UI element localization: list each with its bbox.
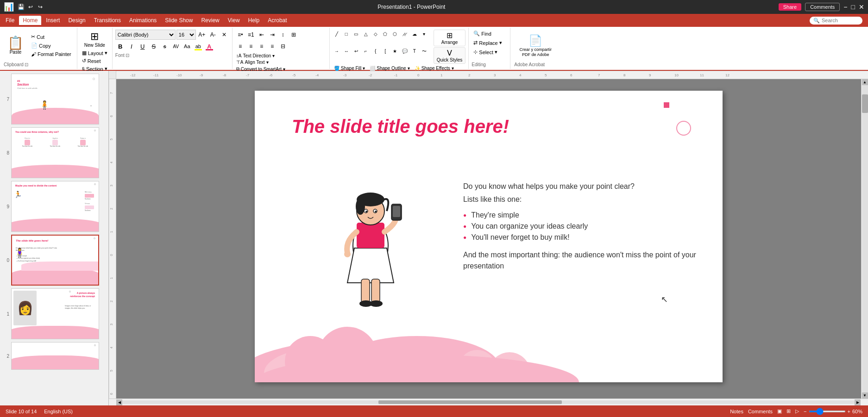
- align-center-btn[interactable]: ≡: [246, 41, 256, 51]
- edit-area[interactable]: The slide title goes here!: [116, 79, 861, 398]
- create-pdf-button[interactable]: 📄 Crear y compartir PDF de Adobe: [514, 30, 557, 62]
- italic-btn[interactable]: I: [126, 41, 137, 51]
- h-scroll-track[interactable]: [122, 400, 855, 404]
- v-scrollbar[interactable]: ▲ ▼: [861, 79, 868, 398]
- shape-rect[interactable]: □: [342, 30, 351, 38]
- view-reading-btn[interactable]: ▷: [795, 408, 799, 414]
- scroll-track[interactable]: [862, 85, 868, 392]
- view-normal-btn[interactable]: ▣: [777, 408, 782, 414]
- shape-right-angle[interactable]: ⌐: [362, 47, 370, 56]
- new-slide-button[interactable]: ⊞ New Slide: [80, 30, 109, 49]
- highlight-color-btn[interactable]: ab: [193, 41, 203, 51]
- slide-thumb-9[interactable]: Maybe you need to divide the content 🏃 M…: [11, 181, 99, 232]
- strikethrough-btn[interactable]: S: [149, 41, 159, 51]
- scroll-left-btn[interactable]: ◀: [116, 399, 122, 405]
- columns-btn[interactable]: ⊞: [289, 30, 299, 40]
- h-scroll-thumb[interactable]: [378, 400, 561, 404]
- increase-indent-btn[interactable]: ⇥: [267, 30, 277, 40]
- column-format-btn[interactable]: ⊟: [278, 41, 288, 51]
- minimize-btn[interactable]: −: [843, 3, 847, 11]
- menu-transitions[interactable]: Transitions: [90, 16, 125, 25]
- zoom-out-icon[interactable]: −: [804, 409, 806, 414]
- scroll-down-btn[interactable]: ▼: [862, 392, 868, 398]
- scroll-right-btn[interactable]: ▶: [855, 399, 861, 405]
- menu-review[interactable]: Review: [197, 16, 223, 25]
- align-right-btn[interactable]: ≡: [257, 41, 267, 51]
- paste-button[interactable]: 📋 Paste: [4, 30, 27, 61]
- shape-bracket[interactable]: [: [381, 47, 390, 56]
- menu-home[interactable]: Home: [19, 16, 41, 25]
- font-expand-icon[interactable]: ⊡: [126, 53, 129, 58]
- font-family-select[interactable]: Calibri (Body): [115, 30, 176, 40]
- shape-arrow[interactable]: →: [333, 47, 341, 56]
- shape-triangle[interactable]: △: [362, 30, 370, 38]
- notes-btn[interactable]: Notes: [730, 409, 743, 414]
- copy-button[interactable]: 📄 Copy: [29, 42, 73, 50]
- font-size-increase-btn[interactable]: A+: [197, 30, 207, 40]
- maximize-btn[interactable]: □: [851, 3, 855, 11]
- shape-curved-arrow[interactable]: ↩: [352, 47, 360, 56]
- text-direction-button[interactable]: ↕A Text Direction ▾: [235, 53, 327, 59]
- redo-btn[interactable]: ↪: [36, 3, 44, 11]
- shape-line[interactable]: ╱: [333, 30, 341, 38]
- font-size-select[interactable]: 16: [176, 30, 196, 40]
- reset-button[interactable]: ↺ Reset: [80, 57, 109, 64]
- zoom-control[interactable]: − + 60%: [804, 409, 862, 414]
- find-button[interactable]: 🔍 Find: [472, 30, 507, 37]
- scroll-thumb[interactable]: [862, 94, 868, 113]
- shape-star[interactable]: ★: [391, 47, 399, 56]
- change-case-btn[interactable]: Aa: [182, 41, 192, 51]
- shape-diamond[interactable]: ◇: [371, 30, 380, 38]
- shape-callout[interactable]: 💬: [401, 47, 409, 56]
- layout-button[interactable]: ▦ Layout ▾: [80, 50, 109, 56]
- comments-btn[interactable]: Comments: [748, 409, 773, 414]
- arrange-button[interactable]: ⊞ Arrange: [434, 30, 466, 46]
- slide-panel[interactable]: 7 01 Section Click here to add subtitle …: [0, 71, 109, 405]
- underline-btn[interactable]: U: [138, 41, 148, 51]
- close-btn[interactable]: ✕: [859, 3, 864, 11]
- line-spacing-btn[interactable]: ↕: [278, 30, 288, 40]
- char-spacing-btn[interactable]: AV: [171, 41, 181, 51]
- format-painter-button[interactable]: 🖌 Format Painter: [29, 50, 73, 58]
- search-input[interactable]: [822, 18, 859, 23]
- save-btn[interactable]: 💾: [17, 3, 25, 11]
- menu-animations[interactable]: Animations: [126, 16, 160, 25]
- bullets-btn[interactable]: ≡•: [235, 30, 245, 40]
- zoom-slider[interactable]: [809, 411, 846, 412]
- menu-design[interactable]: Design: [64, 16, 89, 25]
- numbering-btn[interactable]: ≡1: [246, 30, 256, 40]
- share-button[interactable]: Share: [779, 3, 801, 11]
- shape-round-rect[interactable]: ▭: [352, 30, 360, 38]
- menu-file[interactable]: File: [2, 16, 18, 25]
- shape-freeform[interactable]: 〜: [420, 47, 428, 56]
- menu-view[interactable]: View: [224, 16, 244, 25]
- shape-more[interactable]: ▾: [420, 30, 428, 38]
- slide-thumb-2[interactable]: [11, 342, 99, 370]
- clear-format-btn[interactable]: ✕: [219, 30, 229, 40]
- align-text-button[interactable]: ⊤A Align Text ▾: [235, 59, 327, 65]
- menu-slideshow[interactable]: Slide Show: [161, 16, 196, 25]
- shape-pentagon[interactable]: ⬠: [381, 30, 390, 38]
- slide-thumb-1[interactable]: A picture always reinforces the concept …: [11, 288, 99, 339]
- align-left-btn[interactable]: ≡: [235, 41, 245, 51]
- font-size-decrease-btn[interactable]: A-: [208, 30, 218, 40]
- menu-insert[interactable]: Insert: [42, 16, 63, 25]
- menu-help[interactable]: Help: [245, 16, 264, 25]
- slide-canvas[interactable]: The slide title goes here!: [255, 91, 723, 382]
- slide-thumb-current[interactable]: The slide title goes here! Do you know w…: [11, 235, 99, 286]
- search-box[interactable]: 🔍: [810, 17, 862, 25]
- zoom-in-icon[interactable]: +: [848, 409, 850, 414]
- slide-thumb-7[interactable]: 01 Section Click here to add subtitle 🧍: [11, 74, 99, 124]
- justify-btn[interactable]: ≡: [267, 41, 277, 51]
- shape-cloud[interactable]: ☁: [410, 30, 419, 38]
- font-color-btn[interactable]: A: [204, 41, 214, 51]
- slide-thumb-8[interactable]: You could use three columns, why not? He…: [11, 127, 99, 178]
- menu-acrobat[interactable]: Acrobat: [264, 16, 290, 25]
- bold-btn[interactable]: B: [115, 41, 126, 51]
- shape-cylinder[interactable]: ⌭: [401, 30, 409, 38]
- slide-body-text[interactable]: Do you know what helps you make your poi…: [463, 181, 709, 272]
- h-scrollbar[interactable]: ◀ ▶: [109, 398, 868, 405]
- undo-btn[interactable]: ↩: [26, 3, 35, 11]
- select-button[interactable]: ⊹ Select ▾: [472, 48, 507, 56]
- shadow-btn[interactable]: s̶: [160, 41, 170, 51]
